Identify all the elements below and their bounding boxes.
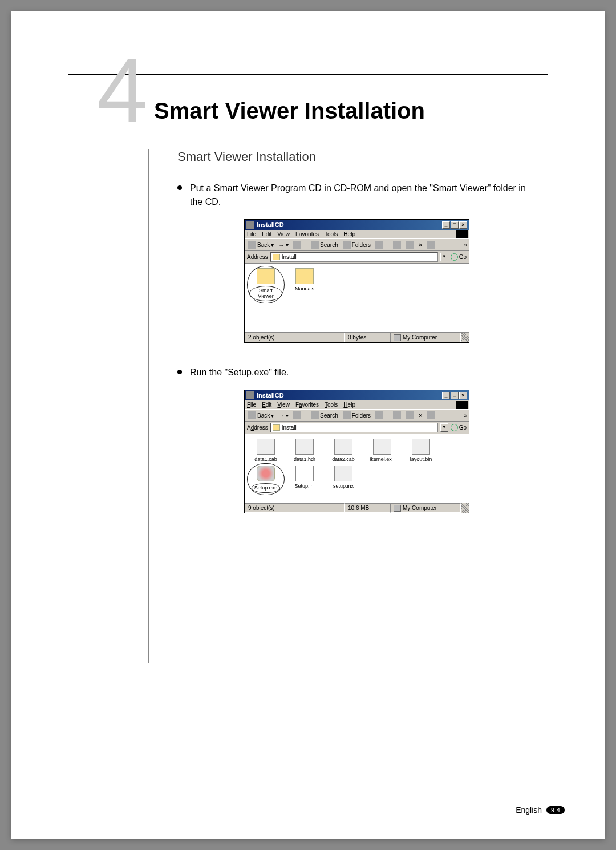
move-button[interactable]	[392, 411, 402, 420]
window-title: InstallCD	[257, 221, 442, 228]
forward-button[interactable]: → ▾	[277, 412, 290, 419]
status-location: My Computer	[390, 333, 461, 342]
copy-button[interactable]	[404, 240, 415, 249]
resize-grip[interactable]	[461, 503, 469, 513]
folder-smart-viewer[interactable]: Smart Viewer	[249, 268, 282, 301]
app-icon	[246, 221, 254, 229]
up-icon	[293, 411, 301, 419]
folders-button[interactable]: Folders	[342, 411, 372, 420]
status-objects: 9 object(s)	[245, 503, 345, 513]
window-title: InstallCD	[257, 392, 442, 399]
maximize-button[interactable]: □	[451, 221, 459, 229]
forward-button[interactable]: → ▾	[277, 241, 290, 249]
maximize-button[interactable]: □	[451, 392, 459, 399]
menu-file[interactable]: File	[247, 231, 256, 237]
history-button[interactable]	[374, 240, 384, 249]
undo-button[interactable]	[426, 411, 436, 420]
address-input[interactable]: Install	[270, 252, 438, 262]
file-label: layout.bin	[410, 456, 432, 462]
file-label: Setup.ini	[294, 483, 314, 489]
search-button[interactable]: Search	[310, 240, 339, 249]
toolbar-separator	[388, 240, 388, 249]
back-button[interactable]: Back ▾	[247, 240, 275, 249]
menu-favorites[interactable]: Favorites	[295, 402, 319, 408]
address-dropdown-button[interactable]: ▼	[440, 423, 448, 432]
up-button[interactable]	[292, 411, 302, 420]
file-setup-exe[interactable]: Setup.exe	[249, 466, 282, 492]
minimize-button[interactable]: _	[442, 392, 450, 399]
statusbar: 2 object(s) 0 bytes My Computer	[245, 332, 469, 342]
file-pane[interactable]: Smart Viewer Manuals	[245, 264, 469, 332]
status-size: 0 bytes	[345, 333, 390, 342]
delete-button[interactable]: ✕	[417, 241, 424, 249]
computer-icon	[394, 334, 401, 341]
up-button[interactable]	[292, 240, 302, 249]
menu-tools[interactable]: Tools	[325, 231, 338, 237]
copy-icon	[406, 411, 414, 419]
file-setup-ini[interactable]: Setup.ini	[288, 466, 321, 492]
copy-button[interactable]	[404, 411, 415, 420]
go-button[interactable]: Go	[451, 424, 467, 431]
go-button[interactable]: Go	[451, 253, 467, 261]
file-setup-inx[interactable]: setup.inx	[327, 466, 360, 492]
move-icon	[393, 411, 401, 419]
bullet-text: Run the "Setup.exe" file.	[190, 366, 536, 379]
delete-button[interactable]: ✕	[417, 412, 424, 419]
file-icon	[295, 439, 314, 455]
history-button[interactable]	[374, 411, 384, 420]
folder-manuals[interactable]: Manuals	[288, 268, 321, 301]
move-button[interactable]	[392, 240, 402, 249]
address-label: Address	[247, 254, 268, 260]
toolbar-overflow-button[interactable]: »	[464, 412, 467, 419]
footer-language: English	[516, 806, 542, 815]
window-controls: _ □ ×	[442, 221, 467, 229]
menu-view[interactable]: View	[277, 231, 290, 237]
back-button[interactable]: Back ▾	[247, 411, 275, 420]
menu-help[interactable]: Help	[343, 231, 355, 237]
status-size: 10.6 MB	[345, 503, 390, 513]
resize-grip[interactable]	[461, 333, 469, 342]
search-icon	[311, 411, 319, 419]
close-button[interactable]: ×	[459, 392, 467, 399]
file-pane[interactable]: data1.cab data1.hdr data2.cab ikernel.ex…	[245, 434, 469, 503]
menu-edit[interactable]: Edit	[262, 402, 271, 408]
move-icon	[393, 241, 401, 249]
menu-tools[interactable]: Tools	[325, 402, 338, 408]
undo-button[interactable]	[426, 240, 436, 249]
menu-view[interactable]: View	[277, 402, 290, 408]
back-icon	[248, 241, 256, 249]
file-icon	[334, 439, 352, 455]
computer-icon	[394, 505, 401, 512]
status-location-text: My Computer	[403, 334, 437, 341]
bullet-text: Put a Smart Viewer Program CD in CD-ROM …	[190, 181, 536, 209]
address-input[interactable]: Install	[270, 423, 438, 432]
close-button[interactable]: ×	[459, 221, 467, 229]
folders-icon	[343, 241, 351, 249]
toolbar-overflow-button[interactable]: »	[464, 242, 467, 248]
section-title: Smart Viewer Installation	[177, 149, 536, 164]
menu-help[interactable]: Help	[343, 402, 355, 408]
file-data1-hdr[interactable]: data1.hdr	[288, 439, 321, 462]
search-button[interactable]: Search	[310, 411, 339, 420]
address-dropdown-button[interactable]: ▼	[440, 253, 448, 261]
file-layout-bin[interactable]: layout.bin	[404, 439, 437, 462]
menu-favorites[interactable]: Favorites	[295, 231, 319, 237]
bullet-icon	[177, 185, 182, 190]
file-data2-cab[interactable]: data2.cab	[327, 439, 360, 462]
folders-button[interactable]: Folders	[342, 240, 372, 249]
toolbar-separator	[388, 411, 388, 420]
file-data1-cab[interactable]: data1.cab	[249, 439, 282, 462]
titlebar[interactable]: InstallCD _ □ ×	[245, 390, 469, 400]
minimize-button[interactable]: _	[442, 221, 450, 229]
go-icon	[451, 424, 458, 431]
menubar: File Edit View Favorites Tools Help	[245, 230, 469, 238]
search-label: Search	[320, 242, 338, 248]
status-location: My Computer	[390, 503, 461, 513]
menu-edit[interactable]: Edit	[262, 231, 271, 237]
titlebar[interactable]: InstallCD _ □ ×	[245, 220, 469, 230]
file-icon	[412, 439, 430, 455]
chapter-heading: 4 Smart Viewer Installation	[103, 95, 570, 124]
file-ikernel-ex[interactable]: ikernel.ex_	[366, 439, 399, 462]
toolbar: Back ▾ → ▾ Search Folders ✕ »	[245, 238, 469, 251]
menu-file[interactable]: File	[247, 402, 256, 408]
